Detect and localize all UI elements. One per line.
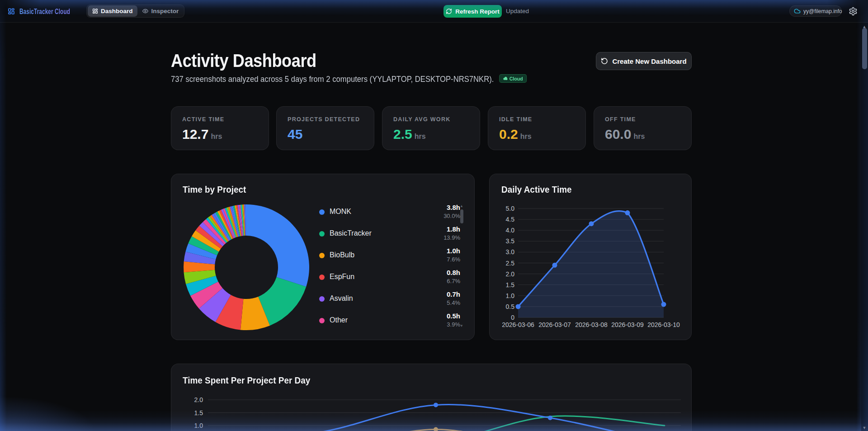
- svg-text:1.5: 1.5: [506, 281, 515, 289]
- svg-text:2026-03-08: 2026-03-08: [575, 321, 608, 328]
- svg-text:2.0: 2.0: [506, 270, 515, 278]
- svg-text:3.5: 3.5: [506, 237, 515, 245]
- svg-text:2026-03-10: 2026-03-10: [647, 321, 680, 328]
- svg-text:0: 0: [511, 314, 514, 321]
- svg-text:4.5: 4.5: [506, 216, 515, 223]
- svg-text:2026-03-07: 2026-03-07: [538, 321, 571, 328]
- svg-text:2026-03-06: 2026-03-06: [502, 321, 534, 328]
- svg-text:3.0: 3.0: [506, 248, 515, 256]
- svg-text:2.5: 2.5: [506, 260, 515, 267]
- svg-text:1.0: 1.0: [194, 422, 203, 429]
- svg-text:4.0: 4.0: [506, 227, 515, 234]
- svg-text:2026-03-09: 2026-03-09: [611, 321, 644, 328]
- svg-text:2.0: 2.0: [194, 396, 203, 403]
- svg-text:0.5: 0.5: [506, 303, 515, 310]
- svg-text:5.0: 5.0: [506, 205, 515, 212]
- svg-text:1.5: 1.5: [194, 409, 203, 417]
- svg-text:1.0: 1.0: [506, 292, 515, 299]
